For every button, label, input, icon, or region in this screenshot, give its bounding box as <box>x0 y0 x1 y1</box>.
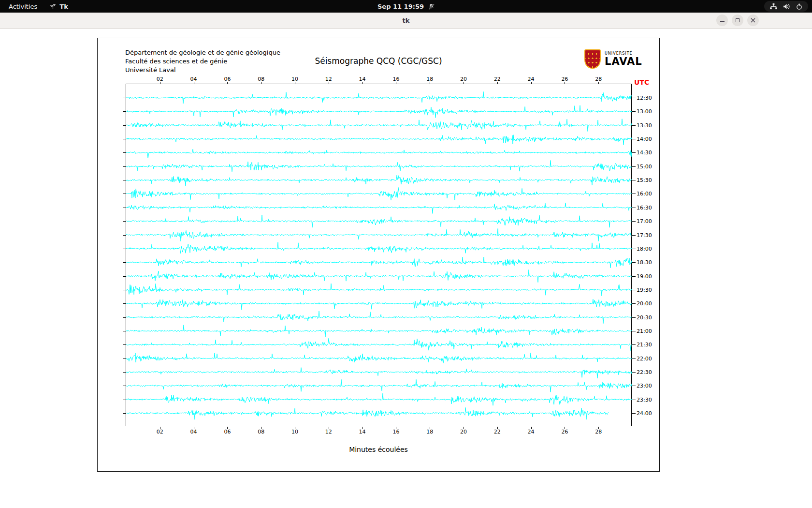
x-tick-mark-top <box>160 82 160 84</box>
x-tick-mark-top <box>565 82 565 84</box>
row-tick-mark-right <box>632 372 636 373</box>
chart-title: Séismographe QCQ (CGC/GSC) <box>98 56 659 66</box>
notifications-muted-icon <box>428 3 435 10</box>
row-tick-mark-right <box>632 290 636 290</box>
clock[interactable]: Sep 11 19:59 <box>377 3 424 10</box>
x-tick-mark-bottom <box>531 427 532 429</box>
top-bar: Activities Tk Sep 11 19:59 <box>0 0 812 13</box>
row-tick-mark-right <box>632 359 636 359</box>
network-icon <box>770 3 777 10</box>
volume-icon <box>783 3 790 10</box>
row-tick-mark-left <box>123 400 126 400</box>
row-tick-mark-left <box>123 344 126 345</box>
x-tick-mark-top <box>497 82 498 84</box>
x-tick-mark-bottom <box>261 427 261 429</box>
trace-time-label: 21:30 <box>637 342 652 348</box>
row-tick-mark-left <box>123 303 126 304</box>
x-tick-mark-top <box>227 82 228 84</box>
row-tick-mark-left <box>123 221 126 222</box>
row-tick-mark-right <box>632 262 636 263</box>
app-indicator-label: Tk <box>59 3 68 10</box>
row-tick-mark-right <box>632 413 636 414</box>
row-tick-mark-right <box>632 331 636 331</box>
trace-time-label: 14:30 <box>637 149 652 156</box>
row-tick-mark-right <box>632 235 636 236</box>
trace-time-label: 23:00 <box>637 383 652 389</box>
row-tick-mark-left <box>123 249 126 249</box>
x-tick-label-bottom: 16 <box>392 429 399 435</box>
row-tick-mark-left <box>123 386 126 386</box>
row-tick-mark-right <box>632 166 636 167</box>
system-status-area[interactable] <box>764 1 808 12</box>
row-tick-mark-left <box>123 276 126 277</box>
row-tick-mark-right <box>632 152 636 153</box>
row-tick-mark-right <box>632 344 636 345</box>
trace-time-label: 16:30 <box>637 204 652 210</box>
x-tick-mark-top <box>261 82 261 84</box>
x-axis-label: Minutes écoulées <box>98 446 659 453</box>
minimize-button[interactable] <box>716 15 728 26</box>
x-tick-label-bottom: 26 <box>561 429 568 435</box>
x-tick-mark-bottom <box>430 427 430 429</box>
trace-time-label: 22:00 <box>637 355 652 361</box>
row-tick-mark-right <box>632 249 636 249</box>
row-tick-mark-left <box>123 111 126 112</box>
x-tick-mark-top <box>464 82 464 84</box>
institution-line-3: Université Laval <box>125 66 280 75</box>
trace-time-label: 13:30 <box>637 122 652 128</box>
trace-time-label: 17:00 <box>637 218 652 224</box>
row-tick-mark-right <box>632 317 636 318</box>
x-tick-label-bottom: 02 <box>157 429 163 435</box>
x-tick-mark-bottom <box>565 427 565 429</box>
activities-button[interactable]: Activities <box>9 3 37 10</box>
row-tick-mark-left <box>123 139 126 139</box>
row-tick-mark-right <box>632 400 636 400</box>
row-tick-mark-left <box>123 152 126 153</box>
x-tick-mark-bottom <box>598 427 599 429</box>
row-tick-mark-left <box>123 331 126 331</box>
row-tick-mark-left <box>123 317 126 318</box>
maximize-button[interactable] <box>732 15 743 26</box>
x-tick-mark-bottom <box>227 427 228 429</box>
screen: Activities Tk Sep 11 19:59 <box>0 0 812 508</box>
trace-time-label: 15:00 <box>637 163 652 169</box>
trace-time-label: 20:30 <box>637 314 652 320</box>
row-tick-mark-right <box>632 221 636 222</box>
tk-app-icon <box>50 3 56 10</box>
x-tick-mark-top <box>329 82 329 84</box>
row-tick-mark-left <box>123 290 126 290</box>
trace-time-label: 16:00 <box>637 191 652 197</box>
row-tick-mark-left <box>123 413 126 414</box>
row-tick-mark-right <box>632 180 636 180</box>
x-tick-label-bottom: 24 <box>528 429 535 435</box>
window-titlebar[interactable]: tk <box>0 13 812 29</box>
row-tick-mark-left <box>123 180 126 180</box>
maximize-icon <box>736 18 740 22</box>
universite-laval-logo: UNIVERSITÉ LAVAL <box>584 49 642 69</box>
utc-label: UTC <box>634 78 649 86</box>
trace-time-label: 12:30 <box>637 95 652 101</box>
x-tick-label-bottom: 14 <box>359 429 366 435</box>
trace-time-label: 19:30 <box>637 286 652 293</box>
row-tick-mark-right <box>632 98 636 98</box>
row-tick-mark-right <box>632 386 636 386</box>
window-title: tk <box>403 17 410 24</box>
row-tick-mark-right <box>632 208 636 208</box>
close-button[interactable] <box>747 15 759 26</box>
row-tick-mark-right <box>632 303 636 304</box>
x-tick-mark-top <box>598 82 599 84</box>
x-tick-mark-bottom <box>295 427 295 429</box>
seismograph-frame: Département de géologie et de génie géol… <box>97 38 660 472</box>
close-icon <box>751 18 755 23</box>
row-tick-mark-right <box>632 194 636 194</box>
trace-time-label: 18:30 <box>637 259 652 266</box>
row-tick-mark-left <box>123 262 126 263</box>
trace-time-label: 20:00 <box>637 300 652 307</box>
x-tick-mark-top <box>295 82 295 84</box>
trace-time-label: 21:00 <box>637 328 652 334</box>
row-tick-mark-left <box>123 194 126 194</box>
plot-area: UTC 020204040606080810101212141416161818… <box>126 84 632 426</box>
app-indicator[interactable]: Tk <box>50 3 68 10</box>
row-tick-mark-left <box>123 235 126 236</box>
trace-time-label: 22:30 <box>637 369 652 375</box>
